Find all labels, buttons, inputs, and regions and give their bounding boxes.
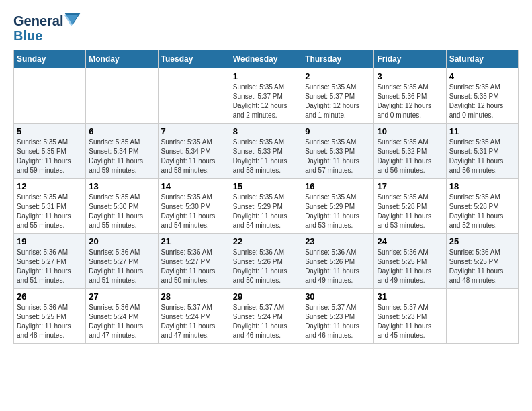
- calendar-table: SundayMondayTuesdayWednesdayThursdayFrid…: [13, 50, 519, 344]
- day-number: 11: [449, 126, 515, 136]
- day-info: Sunrise: 5:36 AM Sunset: 5:24 PM Dayligh…: [89, 303, 154, 340]
- calendar-cell: [158, 68, 230, 124]
- day-number: 1: [233, 71, 299, 81]
- day-info: Sunrise: 5:35 AM Sunset: 5:33 PM Dayligh…: [233, 138, 299, 175]
- day-number: 24: [377, 236, 443, 246]
- day-number: 26: [17, 291, 83, 302]
- day-number: 22: [233, 236, 299, 246]
- weekday-header-row: SundayMondayTuesdayWednesdayThursdayFrid…: [14, 50, 519, 68]
- day-info: Sunrise: 5:37 AM Sunset: 5:23 PM Dayligh…: [377, 303, 443, 340]
- calendar-cell: 12Sunrise: 5:35 AM Sunset: 5:31 PM Dayli…: [14, 179, 86, 234]
- calendar-cell: 6Sunrise: 5:35 AM Sunset: 5:34 PM Daylig…: [86, 124, 158, 179]
- day-number: 15: [233, 181, 299, 191]
- calendar-cell: 17Sunrise: 5:35 AM Sunset: 5:28 PM Dayli…: [374, 179, 446, 234]
- calendar-cell: 3Sunrise: 5:35 AM Sunset: 5:36 PM Daylig…: [374, 68, 446, 124]
- day-info: Sunrise: 5:36 AM Sunset: 5:25 PM Dayligh…: [449, 248, 515, 285]
- calendar-week-1: 1Sunrise: 5:35 AM Sunset: 5:37 PM Daylig…: [14, 68, 519, 124]
- day-number: 7: [161, 126, 227, 136]
- calendar-cell: 1Sunrise: 5:35 AM Sunset: 5:37 PM Daylig…: [230, 68, 302, 124]
- day-number: 31: [377, 291, 443, 302]
- calendar-cell: 24Sunrise: 5:36 AM Sunset: 5:25 PM Dayli…: [374, 234, 446, 289]
- day-info: Sunrise: 5:36 AM Sunset: 5:25 PM Dayligh…: [17, 303, 83, 340]
- page-header: General Blue: [13, 13, 519, 43]
- calendar-cell: 31Sunrise: 5:37 AM Sunset: 5:23 PM Dayli…: [374, 289, 446, 344]
- weekday-header-wednesday: Wednesday: [230, 50, 302, 68]
- calendar-cell: 30Sunrise: 5:37 AM Sunset: 5:23 PM Dayli…: [302, 289, 374, 344]
- calendar-cell: 18Sunrise: 5:35 AM Sunset: 5:28 PM Dayli…: [446, 179, 518, 234]
- day-info: Sunrise: 5:36 AM Sunset: 5:26 PM Dayligh…: [305, 248, 371, 285]
- day-number: 3: [377, 71, 443, 81]
- day-number: 20: [89, 236, 154, 246]
- day-info: Sunrise: 5:36 AM Sunset: 5:25 PM Dayligh…: [377, 248, 443, 285]
- day-number: 29: [233, 291, 299, 302]
- calendar-cell: 2Sunrise: 5:35 AM Sunset: 5:37 PM Daylig…: [302, 68, 374, 124]
- day-info: Sunrise: 5:35 AM Sunset: 5:34 PM Dayligh…: [89, 138, 154, 175]
- day-info: Sunrise: 5:35 AM Sunset: 5:28 PM Dayligh…: [377, 193, 443, 230]
- day-info: Sunrise: 5:35 AM Sunset: 5:30 PM Dayligh…: [89, 193, 154, 230]
- calendar-body: 1Sunrise: 5:35 AM Sunset: 5:37 PM Daylig…: [14, 68, 519, 344]
- day-number: 8: [233, 126, 299, 136]
- weekday-header-sunday: Sunday: [14, 50, 86, 68]
- day-info: Sunrise: 5:37 AM Sunset: 5:24 PM Dayligh…: [233, 303, 299, 340]
- calendar-week-4: 19Sunrise: 5:36 AM Sunset: 5:27 PM Dayli…: [14, 234, 519, 289]
- calendar-cell: 5Sunrise: 5:35 AM Sunset: 5:35 PM Daylig…: [14, 124, 86, 179]
- logo: General Blue: [13, 13, 81, 43]
- day-info: Sunrise: 5:35 AM Sunset: 5:29 PM Dayligh…: [305, 193, 371, 230]
- calendar-cell: 21Sunrise: 5:36 AM Sunset: 5:27 PM Dayli…: [158, 234, 230, 289]
- calendar-cell: [446, 289, 518, 344]
- day-info: Sunrise: 5:35 AM Sunset: 5:33 PM Dayligh…: [305, 138, 371, 175]
- day-info: Sunrise: 5:35 AM Sunset: 5:32 PM Dayligh…: [377, 138, 443, 175]
- calendar-cell: 27Sunrise: 5:36 AM Sunset: 5:24 PM Dayli…: [86, 289, 158, 344]
- day-number: 23: [305, 236, 371, 246]
- day-info: Sunrise: 5:35 AM Sunset: 5:31 PM Dayligh…: [449, 138, 515, 175]
- day-number: 17: [377, 181, 443, 191]
- day-number: 5: [17, 126, 83, 136]
- calendar-cell: 15Sunrise: 5:35 AM Sunset: 5:29 PM Dayli…: [230, 179, 302, 234]
- calendar-cell: 29Sunrise: 5:37 AM Sunset: 5:24 PM Dayli…: [230, 289, 302, 344]
- calendar-cell: 9Sunrise: 5:35 AM Sunset: 5:33 PM Daylig…: [302, 124, 374, 179]
- calendar-cell: 14Sunrise: 5:35 AM Sunset: 5:30 PM Dayli…: [158, 179, 230, 234]
- svg-marker-1: [64, 15, 78, 26]
- day-info: Sunrise: 5:35 AM Sunset: 5:34 PM Dayligh…: [161, 138, 227, 175]
- day-number: 21: [161, 236, 227, 246]
- day-info: Sunrise: 5:37 AM Sunset: 5:23 PM Dayligh…: [305, 303, 371, 340]
- day-info: Sunrise: 5:35 AM Sunset: 5:37 PM Dayligh…: [233, 83, 299, 120]
- calendar-cell: 28Sunrise: 5:37 AM Sunset: 5:24 PM Dayli…: [158, 289, 230, 344]
- day-number: 28: [161, 291, 227, 302]
- day-number: 2: [305, 71, 371, 81]
- day-info: Sunrise: 5:37 AM Sunset: 5:24 PM Dayligh…: [161, 303, 227, 340]
- calendar-week-3: 12Sunrise: 5:35 AM Sunset: 5:31 PM Dayli…: [14, 179, 519, 234]
- day-number: 10: [377, 126, 443, 136]
- day-info: Sunrise: 5:36 AM Sunset: 5:27 PM Dayligh…: [89, 248, 154, 285]
- day-info: Sunrise: 5:35 AM Sunset: 5:28 PM Dayligh…: [449, 193, 515, 230]
- weekday-header-saturday: Saturday: [446, 50, 518, 68]
- calendar-cell: 20Sunrise: 5:36 AM Sunset: 5:27 PM Dayli…: [86, 234, 158, 289]
- day-info: Sunrise: 5:35 AM Sunset: 5:31 PM Dayligh…: [17, 193, 83, 230]
- calendar-cell: 22Sunrise: 5:36 AM Sunset: 5:26 PM Dayli…: [230, 234, 302, 289]
- day-number: 19: [17, 236, 83, 246]
- weekday-header-tuesday: Tuesday: [158, 50, 230, 68]
- day-number: 14: [161, 181, 227, 191]
- weekday-header-thursday: Thursday: [302, 50, 374, 68]
- calendar-cell: 25Sunrise: 5:36 AM Sunset: 5:25 PM Dayli…: [446, 234, 518, 289]
- weekday-header-friday: Friday: [374, 50, 446, 68]
- calendar-cell: 26Sunrise: 5:36 AM Sunset: 5:25 PM Dayli…: [14, 289, 86, 344]
- day-number: 27: [89, 291, 154, 302]
- day-number: 18: [449, 181, 515, 191]
- calendar-week-5: 26Sunrise: 5:36 AM Sunset: 5:25 PM Dayli…: [14, 289, 519, 344]
- calendar-week-2: 5Sunrise: 5:35 AM Sunset: 5:35 PM Daylig…: [14, 124, 519, 179]
- calendar-cell: 8Sunrise: 5:35 AM Sunset: 5:33 PM Daylig…: [230, 124, 302, 179]
- day-number: 12: [17, 181, 83, 191]
- calendar-cell: 23Sunrise: 5:36 AM Sunset: 5:26 PM Dayli…: [302, 234, 374, 289]
- day-number: 13: [89, 181, 154, 191]
- day-number: 6: [89, 126, 154, 136]
- calendar-cell: 7Sunrise: 5:35 AM Sunset: 5:34 PM Daylig…: [158, 124, 230, 179]
- weekday-header-monday: Monday: [86, 50, 158, 68]
- day-info: Sunrise: 5:35 AM Sunset: 5:29 PM Dayligh…: [233, 193, 299, 230]
- calendar-cell: [86, 68, 158, 124]
- calendar-cell: 16Sunrise: 5:35 AM Sunset: 5:29 PM Dayli…: [302, 179, 374, 234]
- calendar-cell: 10Sunrise: 5:35 AM Sunset: 5:32 PM Dayli…: [374, 124, 446, 179]
- day-info: Sunrise: 5:35 AM Sunset: 5:36 PM Dayligh…: [377, 83, 443, 120]
- day-info: Sunrise: 5:35 AM Sunset: 5:35 PM Dayligh…: [449, 83, 515, 120]
- calendar-cell: [14, 68, 86, 124]
